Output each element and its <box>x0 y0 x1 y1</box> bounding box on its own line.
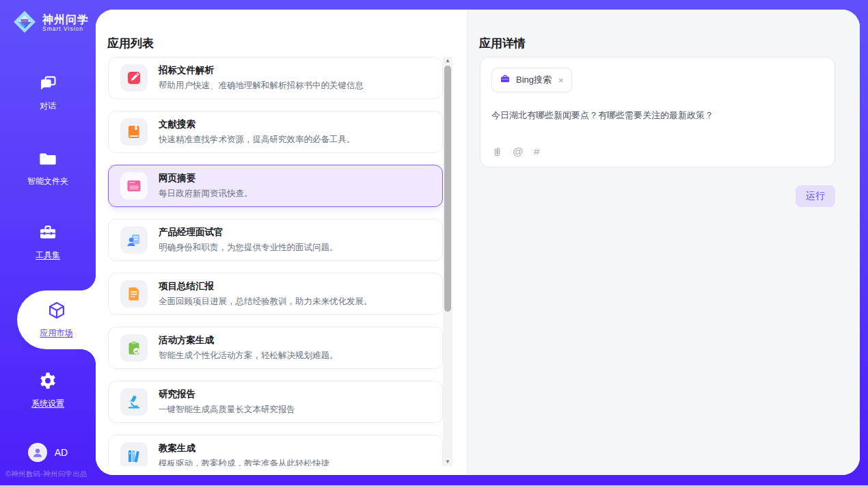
app-card-2[interactable]: 文献搜索快速精准查找学术资源，提高研究效率的必备工具。 <box>108 111 443 153</box>
books-icon <box>120 442 148 466</box>
mention-icon[interactable]: @ <box>513 146 524 158</box>
app-name: 研究报告 <box>159 388 295 401</box>
app-detail-panel: 应用详情 Bing搜索 × 今日湖北有哪些新闻要点？有哪些需要关注的最新政策？ <box>467 10 860 475</box>
sidebar: 神州问学 Smart Vision 对话智能文件夹工具集应用市场系统设置 AD … <box>0 0 96 485</box>
query-text[interactable]: 今日湖北有哪些新闻要点？有哪些需要关注的最新政策？ <box>491 109 824 122</box>
sidebar-item-3[interactable]: 工具集 <box>0 223 96 261</box>
scrollbar-thumb[interactable] <box>444 66 451 312</box>
app-name: 产品经理面试官 <box>159 226 338 239</box>
sidebar-item-2[interactable]: 智能文件夹 <box>0 149 96 187</box>
app-card-texts: 招标文件解析帮助用户快速、准确地理解和解析招标书中的关键信息 <box>159 64 364 92</box>
app-name: 文献搜索 <box>159 118 355 131</box>
user-account[interactable]: AD <box>0 443 96 462</box>
sidebar-item-label: 对话 <box>40 100 56 112</box>
tool-chip-label: Bing搜索 <box>516 74 552 86</box>
window-bottom-edge <box>0 485 868 488</box>
app-card-texts: 产品经理面试官明确身份和职责，为您提供专业性的面试问题。 <box>159 226 338 254</box>
microscope-icon <box>120 388 148 416</box>
app-description: 每日政府新闻资讯快查。 <box>159 188 253 200</box>
brand-subtitle: Smart Vision <box>42 26 89 32</box>
user-initials: AD <box>55 447 68 458</box>
app-name: 项目总结汇报 <box>159 280 372 293</box>
app-description: 一键智能生成高质量长文本研究报告 <box>159 404 295 416</box>
interviewer-icon <box>120 226 148 254</box>
main-content: 应用列表 招标文件解析帮助用户快速、准确地理解和解析招标书中的关键信息文献搜索快… <box>96 10 860 475</box>
app-description: 明确身份和职责，为您提供专业性的面试问题。 <box>159 242 338 254</box>
brand-diamond-icon <box>12 10 37 37</box>
chat-icon <box>38 74 57 96</box>
app-card-texts: 教案生成模板驱动，教案秒成，教学准备从此轻松快捷 <box>159 442 329 466</box>
app-list: 招标文件解析帮助用户快速、准确地理解和解析招标书中的关键信息文献搜索快速精准查找… <box>108 57 443 466</box>
sidebar-item-label: 应用市场 <box>40 327 73 339</box>
app-name: 网页摘要 <box>159 172 253 185</box>
app-card-3[interactable]: </>网页摘要每日政府新闻资讯快查。 <box>108 165 443 207</box>
chip-close-icon[interactable]: × <box>558 75 564 85</box>
query-composer[interactable]: Bing搜索 × 今日湖北有哪些新闻要点？有哪些需要关注的最新政策？ @ # <box>480 57 835 167</box>
sidebar-item-5[interactable]: 系统设置 <box>0 371 96 409</box>
run-button[interactable]: 运行 <box>796 185 835 207</box>
composer-toolbar: @ # <box>492 146 539 158</box>
brand-logo: 神州问学 Smart Vision <box>12 10 89 37</box>
hash-icon[interactable]: # <box>534 146 540 158</box>
app-name: 招标文件解析 <box>159 64 364 77</box>
svg-text:</>: </> <box>131 185 138 189</box>
app-window: 神州问学 Smart Vision 对话智能文件夹工具集应用市场系统设置 AD … <box>0 0 868 488</box>
folder-icon <box>38 149 57 171</box>
run-row: 运行 <box>480 185 835 207</box>
app-card-texts: 活动方案生成智能生成个性化活动方案，轻松解决规划难题。 <box>159 334 338 362</box>
app-description: 帮助用户快速、准确地理解和解析招标书中的关键信息 <box>159 80 364 92</box>
pencil-square-icon <box>120 64 148 92</box>
cube-icon <box>47 301 66 323</box>
sidebar-item-label: 工具集 <box>36 249 60 261</box>
browser-code-icon: </> <box>120 172 148 200</box>
app-card-7[interactable]: 研究报告一键智能生成高质量长文本研究报告 <box>108 381 443 423</box>
app-card-4[interactable]: 产品经理面试官明确身份和职责，为您提供专业性的面试问题。 <box>108 219 443 261</box>
scroll-up-arrow-icon[interactable]: ▲ <box>443 57 452 65</box>
app-description: 智能生成个性化活动方案，轻松解决规划难题。 <box>159 350 338 362</box>
sidebar-item-label: 智能文件夹 <box>27 176 68 187</box>
app-list-panel: 应用列表 招标文件解析帮助用户快速、准确地理解和解析招标书中的关键信息文献搜索快… <box>96 10 467 475</box>
app-description: 全面回顾项目进展，总结经验教训，助力未来优化发展。 <box>159 296 372 308</box>
scrollbar[interactable]: ▲ ▼ <box>443 57 452 466</box>
app-card-texts: 项目总结汇报全面回顾项目进展，总结经验教训，助力未来优化发展。 <box>159 280 372 308</box>
avatar <box>28 443 47 462</box>
scroll-down-arrow-icon[interactable]: ▼ <box>443 458 452 466</box>
app-description: 模板驱动，教案秒成，教学准备从此轻松快捷 <box>159 458 329 466</box>
app-card-6[interactable]: 活动方案生成智能生成个性化活动方案，轻松解决规划难题。 <box>108 327 443 369</box>
app-card-texts: 网页摘要每日政府新闻资讯快查。 <box>159 172 253 200</box>
app-card-texts: 研究报告一键智能生成高质量长文本研究报告 <box>159 388 295 416</box>
sidebar-item-label: 系统设置 <box>31 398 64 409</box>
sidebar-item-4[interactable]: 应用市场 <box>17 290 96 349</box>
app-card-texts: 文献搜索快速精准查找学术资源，提高研究效率的必备工具。 <box>159 118 355 146</box>
brand-name: 神州问学 <box>42 14 89 26</box>
app-card-8[interactable]: 教案生成模板驱动，教案秒成，教学准备从此轻松快捷 <box>108 435 443 466</box>
report-doc-icon <box>120 280 148 308</box>
clipboard-check-icon <box>120 334 148 362</box>
app-card-1[interactable]: 招标文件解析帮助用户快速、准确地理解和解析招标书中的关键信息 <box>108 57 443 99</box>
app-detail-title: 应用详情 <box>479 36 526 51</box>
app-description: 快速精准查找学术资源，提高研究效率的必备工具。 <box>159 134 355 146</box>
copyright-footer: ©神州数码·神州问学出品 <box>5 470 87 479</box>
app-name: 教案生成 <box>159 442 329 455</box>
app-card-5[interactable]: 项目总结汇报全面回顾项目进展，总结经验教训，助力未来优化发展。 <box>108 273 443 315</box>
gear-icon <box>38 371 57 393</box>
book-icon <box>120 118 148 146</box>
toolbox-icon <box>38 223 57 245</box>
briefcase-icon <box>500 73 511 87</box>
app-name: 活动方案生成 <box>159 334 338 347</box>
sidebar-item-1[interactable]: 对话 <box>0 74 96 112</box>
attachment-icon[interactable] <box>492 146 502 158</box>
app-list-title: 应用列表 <box>107 36 154 51</box>
tool-chip-bing-search[interactable]: Bing搜索 × <box>491 68 572 92</box>
brand-text: 神州问学 Smart Vision <box>42 14 89 32</box>
